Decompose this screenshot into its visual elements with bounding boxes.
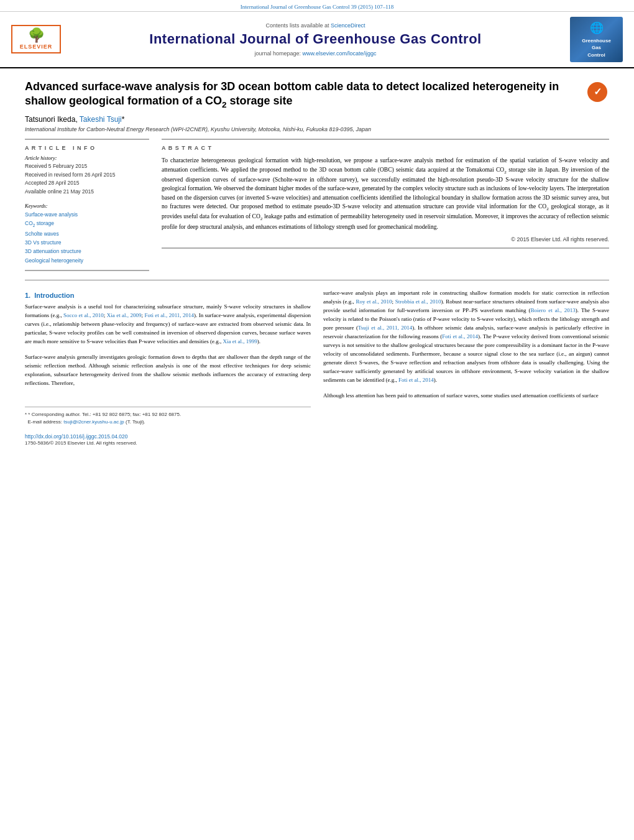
author-2-asterisk: * [122,115,125,124]
introduction-section: 1. Introduction Surface-wave analysis is… [25,289,609,446]
abstract-text: To characterize heterogeneous geological… [162,156,609,231]
affiliation-line: International Institute for Carbon-Neutr… [25,126,609,132]
article-info-column: A R T I C L E I N F O Article history: R… [25,139,149,271]
crossmark-badge: ✓ [587,82,609,102]
crossmark-icon: ✓ [587,82,607,102]
ref-foti2011[interactable]: Foti et al., 2011, 2014 [144,312,194,318]
ref-socco[interactable]: Socco et al., 2010 [63,312,104,318]
email-link[interactable]: tsuji@i2cner.kyushu-u.ac.jp [63,419,124,425]
introduction-col2: surface-wave analysis plays an important… [323,289,609,446]
greenhouse-logo-line2: Gas [592,45,601,50]
ref-xia2009[interactable]: Xia et al., 2009 [107,312,142,318]
article-content: Advanced surface-wave analysis for 3D oc… [0,68,634,453]
keyword-4[interactable]: 3D Vs structure [25,239,62,246]
ref-tsuji2011[interactable]: Tsuji et al., 2011, 2014 [358,325,412,331]
ref-foti2014b[interactable]: Foti et al., 2014 [398,377,434,383]
ref-foti2014[interactable]: Foti et al., 2014 [442,333,478,339]
ref-boiero2013[interactable]: Boiero et al., 2013 [531,307,576,313]
author-2-link[interactable]: Takeshi Tsuji [80,115,122,124]
history-label: Article history: [25,155,149,161]
contents-available-line: Contents lists available at ScienceDirec… [67,22,564,29]
section-divider [25,280,609,280]
elsevier-text: ELSEVIER [16,44,56,50]
article-title-section: Advanced surface-wave analysis for 3D oc… [25,80,609,111]
journal-header-center: Contents lists available at ScienceDirec… [67,22,564,56]
ref-xia1999[interactable]: Xia et al., 1999 [223,338,257,344]
authors-line: Tatsunori Ikeda, Takeshi Tsuji* [25,115,609,124]
journal-homepage-line: journal homepage: www.elsevier.com/locat… [67,50,564,57]
sciencedirect-link[interactable]: ScienceDirect [331,22,365,29]
doi-link[interactable]: http://dx.doi.org/10.1016/j.ijggc.2015.0… [25,433,127,440]
intro-col2-para-2: Although less attention has been paid to… [323,392,609,400]
ref-roy2010[interactable]: Roy et al., 2010 [356,298,392,305]
received-revised-date: Received in revised form 26 April 2015 [25,171,149,180]
ref-strobbia2010[interactable]: Strobbia et al., 2010 [395,298,441,305]
author-1: Tatsunori Ikeda, [25,115,80,124]
greenhouse-logo-line3: Control [587,52,605,58]
keyword-6[interactable]: Geological heterogeneity [25,257,83,264]
footnote-section: * * Corresponding author. Tel.: +81 92 8… [25,407,311,447]
keyword-3[interactable]: Scholte waves [25,231,59,237]
intro-para-1: Surface-wave analysis is a useful tool f… [25,303,311,346]
intro-para-2: Surface-wave analysis generally investig… [25,353,311,388]
keyword-2[interactable]: CO2 storage [25,220,54,226]
journal-citation: International Journal of Greenhouse Gas … [241,4,394,10]
article-info-box: A R T I C L E I N F O Article history: R… [25,139,149,271]
available-date: Available online 21 May 2015 [25,188,149,196]
received-date: Received 5 February 2015 [25,162,149,171]
article-info-abstract-section: A R T I C L E I N F O Article history: R… [25,139,609,271]
journal-header: 🌳 ELSEVIER Contents lists available at S… [0,12,634,68]
issn-line: 1750-5836/© 2015 Elsevier Ltd. All right… [25,440,311,447]
article-title: Advanced surface-wave analysis for 3D oc… [25,80,581,111]
copyright-line: © 2015 Elsevier Ltd. All rights reserved… [162,236,609,242]
keyword-1[interactable]: Surface-wave analysis [25,211,78,218]
greenhouse-logo-icon: 🌐 [572,21,620,36]
elsevier-tree-icon: 🌳 [16,29,56,42]
keywords-list: Surface-wave analysis CO2 storage Scholt… [25,210,149,265]
abstract-box: A B S T R A C T To characterize heteroge… [162,139,609,249]
footnote-corresponding: * * Corresponding author. Tel.: +81 92 8… [25,411,311,418]
journal-title: International Journal of Greenhouse Gas … [67,31,564,47]
introduction-col1: 1. Introduction Surface-wave analysis is… [25,289,311,446]
keywords-label: Keywords: [25,203,149,209]
abstract-column: A B S T R A C T To characterize heteroge… [162,139,609,271]
homepage-link[interactable]: www.elsevier.com/locate/ijggc [303,50,377,57]
keyword-5[interactable]: 3D attenuation structure [25,248,81,254]
greenhouse-gas-control-logo: 🌐 Greenhouse Gas Control [570,17,623,62]
abstract-title: A B S T R A C T [162,145,609,151]
article-info-title: A R T I C L E I N F O [25,145,149,151]
accepted-date: Accepted 28 April 2015 [25,179,149,188]
intro-col2-para-1: surface-wave analysis plays an important… [323,289,609,384]
greenhouse-logo-line1: Greenhouse [582,38,611,44]
footnote-email: E-mail address: tsuji@i2cner.kyushu-u.ac… [25,418,311,426]
introduction-heading: 1. Introduction [25,292,311,299]
journal-citation-bar: International Journal of Greenhouse Gas … [0,0,634,12]
elsevier-logo: 🌳 ELSEVIER [11,25,61,53]
